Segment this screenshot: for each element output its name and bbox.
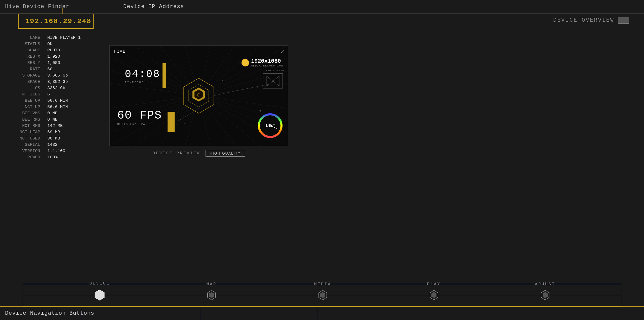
nav-item-adjust[interactable]: ADJUST (540, 290, 551, 301)
svg-point-39 (222, 80, 223, 81)
annotation-nav-map (141, 306, 141, 320)
nav-label-map: MAP (207, 282, 217, 287)
preview-container: ⬡ HIVE ⤢ 04:08 TIMECODE 60 FPS MEDIA FRA… (109, 45, 288, 146)
info-label: N FILES : (5, 92, 45, 97)
info-row: NCT USED :38 MB (5, 136, 103, 141)
ip-address-label: Device IP Address (123, 0, 184, 14)
info-value: 69 MB (47, 130, 60, 134)
svg-marker-54 (320, 292, 325, 298)
info-label: NCT USED : (5, 136, 45, 141)
info-label: BEE VMS : (5, 111, 45, 116)
info-label: NCT UP : (5, 104, 45, 109)
info-label: RES Y : (5, 60, 45, 65)
device-overview-section: DEVICE OVERVIEW (553, 17, 629, 24)
annotation-nav-media (200, 306, 200, 320)
info-value: 1.1.100 (47, 149, 65, 153)
svg-point-40 (184, 123, 185, 124)
nav-item-media[interactable]: MEDIA (317, 290, 328, 301)
info-label: SPACE : (5, 79, 45, 84)
device-overview-label: DEVICE OVERVIEW (553, 17, 614, 23)
high-quality-button[interactable]: HIGH QUALITY (206, 150, 245, 157)
info-label: NCT RMS : (5, 123, 45, 128)
info-label: BEE UP : (5, 98, 45, 103)
device-preview-bar: DEVICE PREVIEW HIGH QUALITY (109, 150, 288, 157)
info-value: HIVE PLAYER 1 (47, 35, 81, 40)
play-nav-icon (428, 290, 439, 301)
annotation-nav-play (259, 306, 259, 320)
annotation-nav-device (81, 306, 81, 320)
info-row: BLADE :PLUTO (5, 48, 103, 53)
info-row: BEE RMS :0 MB (5, 117, 103, 122)
info-value: PLUTO (47, 48, 60, 53)
info-value: 60 (47, 67, 52, 72)
audio-feed-label: AUDIO FEED (266, 69, 284, 72)
bottom-bar: Device Navigation Buttons (0, 306, 644, 320)
info-value: OK (47, 42, 52, 46)
info-value: 56.6 MIN (47, 98, 68, 103)
info-label: STORAGE : (5, 73, 45, 78)
fps-label: MEDIA FRAMERATE (117, 123, 162, 126)
device-nav-icon (93, 289, 106, 301)
nav-items: DEVICE MAP MEDIA PLAY (23, 289, 621, 301)
expand-icon[interactable]: ⤢ (280, 49, 284, 54)
audio-feed-box (263, 73, 283, 88)
info-row: STATUS :OK (5, 42, 103, 46)
info-value: 56.6 MIN (47, 104, 68, 109)
audio-feed-visual (263, 74, 283, 89)
info-row: NCT UP :56.6 MIN (5, 104, 103, 109)
info-value: 0 MB (47, 117, 58, 122)
info-row: SPACE :3,382 Gb (5, 79, 103, 84)
nav-item-map[interactable]: MAP (206, 290, 217, 301)
info-label: NCT HEAP : (5, 130, 45, 134)
svg-marker-52 (209, 292, 214, 298)
info-row: POWER :100% (5, 155, 103, 160)
fps-value: 60 FPS (117, 109, 162, 122)
info-label: OS : (5, 86, 45, 90)
info-value: 3,382 Gb (47, 79, 68, 84)
timecode-value: 04:08 (125, 68, 160, 80)
nav-item-play[interactable]: PLAY (428, 290, 439, 301)
resolution-label: MEDIA RESOLUTION (251, 64, 283, 67)
info-row: BEE VMS :0 MB (5, 111, 103, 116)
nav-label-device: DEVICE (89, 281, 110, 286)
timecode-bar (163, 63, 166, 88)
info-value: 142 MB (47, 123, 63, 128)
map-nav-icon (206, 290, 217, 301)
resolution-value: 1920x1080 (251, 58, 283, 64)
resolution-block: 1920x1080 MEDIA RESOLUTION (242, 58, 283, 67)
dial-visual: 149° (258, 113, 283, 138)
info-value: 6 (47, 92, 50, 97)
app-title: Hive Device Finder (0, 4, 69, 10)
resolution-indicator (242, 59, 249, 66)
info-label: RES X : (5, 54, 45, 59)
fps-bar (168, 112, 175, 132)
info-label: NAME : (5, 35, 45, 40)
nav-label-media: MEDIA (314, 282, 331, 287)
info-label: SERIAL : (5, 142, 45, 147)
info-value: 3382 Gb (47, 86, 65, 90)
info-row: BEE UP :56.6 MIN (5, 98, 103, 103)
info-row: N FILES :6 (5, 92, 103, 97)
svg-point-38 (259, 110, 261, 112)
info-row: NCT HEAP :69 MB (5, 130, 103, 134)
adjust-nav-icon (540, 290, 551, 301)
info-value: 100% (47, 155, 58, 160)
info-label: VERSION : (5, 149, 45, 153)
annotation-nav-adjust (318, 306, 318, 320)
ip-address-value: 192.168.29.248 (25, 17, 91, 25)
info-value: 1432 (47, 142, 58, 147)
hive-watermark: HIVE (114, 50, 126, 54)
device-overview-button[interactable] (618, 17, 629, 24)
svg-marker-56 (431, 292, 436, 298)
media-nav-icon (317, 290, 328, 301)
info-panel: NAME :HIVE PLAYER 1STATUS :OKBLADE :PLUT… (0, 33, 108, 164)
nav-item-device[interactable]: DEVICE (93, 289, 106, 301)
svg-text:149°: 149° (265, 123, 275, 128)
timecode-label: TIMECODE (125, 81, 160, 84)
info-label: BLADE : (5, 48, 45, 53)
svg-marker-50 (95, 290, 104, 300)
ip-box[interactable]: ⬡ 192.168.29.248 (18, 14, 94, 29)
svg-text:⬡: ⬡ (197, 92, 200, 97)
info-value: 1,920 (47, 54, 60, 59)
info-label: RATE : (5, 67, 45, 72)
